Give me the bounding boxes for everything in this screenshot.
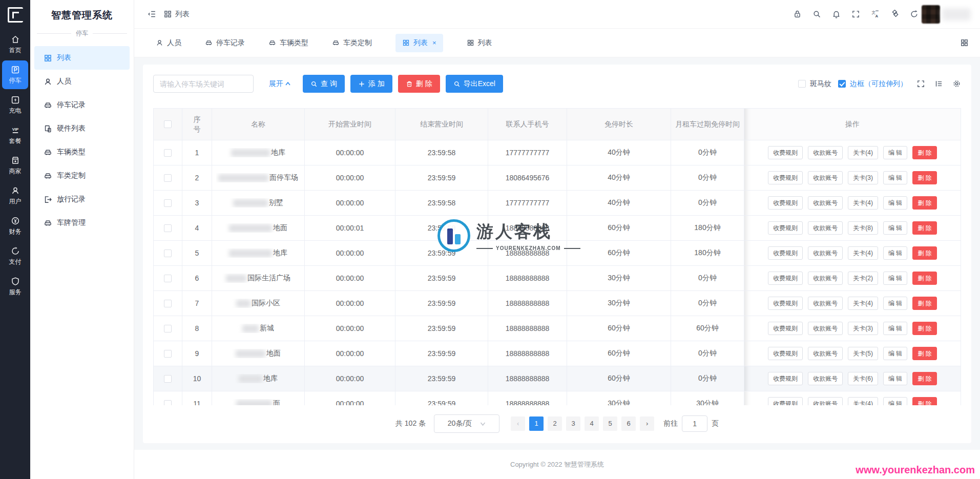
page-button-4[interactable]: 4 (585, 416, 599, 431)
row-delete-button[interactable]: 删 除 (912, 171, 936, 184)
sidebar-item-hardware-list[interactable]: 硬件列表 (30, 117, 134, 140)
tab-close-icon[interactable]: × (432, 39, 436, 47)
fullscreen-icon[interactable] (851, 10, 860, 18)
gates-button[interactable]: 关卡(3) (848, 322, 878, 335)
edit-button[interactable]: 编 辑 (883, 196, 907, 210)
payee-account-button[interactable]: 收款账号 (808, 196, 843, 210)
row-checkbox[interactable] (164, 249, 172, 257)
primary-nav-payment[interactable]: 支付 (2, 242, 28, 270)
page-button-5[interactable]: 5 (603, 416, 617, 431)
gates-button[interactable]: 关卡(5) (848, 347, 878, 360)
gear-icon[interactable] (952, 79, 961, 88)
tab-车类定制-3[interactable]: 车类定制 (332, 38, 372, 48)
prev-page-button[interactable]: ‹ (511, 416, 525, 431)
fee-rule-button[interactable]: 收费规则 (768, 347, 803, 360)
sidebar-item-plate-management[interactable]: 车牌管理 (30, 211, 134, 235)
fee-rule-button[interactable]: 收费规则 (768, 297, 803, 310)
collapse-sidebar-icon[interactable] (148, 10, 156, 18)
payee-account-button[interactable]: 收款账号 (808, 322, 843, 335)
page-button-3[interactable]: 3 (566, 416, 580, 431)
payee-account-button[interactable]: 收款账号 (808, 297, 843, 310)
row-delete-button[interactable]: 删 除 (912, 221, 936, 235)
goto-page-input[interactable] (682, 415, 707, 432)
sidebar-item-list[interactable]: 列表 (34, 46, 130, 70)
tags-icon[interactable] (890, 10, 899, 18)
row-checkbox[interactable] (164, 275, 172, 282)
edit-button[interactable]: 编 辑 (883, 347, 907, 360)
payee-account-button[interactable]: 收款账号 (808, 246, 843, 260)
edit-button[interactable]: 编 辑 (883, 221, 907, 235)
edit-button[interactable]: 编 辑 (883, 272, 907, 285)
gates-button[interactable]: 关卡(6) (848, 372, 878, 385)
bell-icon[interactable] (832, 10, 841, 18)
row-checkbox[interactable] (164, 375, 172, 383)
primary-nav-finance[interactable]: 财务 (2, 212, 28, 240)
edit-button[interactable]: 编 辑 (883, 171, 907, 184)
fee-rule-button[interactable]: 收费规则 (768, 246, 803, 260)
select-all-checkbox[interactable] (164, 120, 172, 128)
row-delete-button[interactable]: 删 除 (912, 372, 936, 385)
payee-account-button[interactable]: 收款账号 (808, 347, 843, 360)
gates-button[interactable]: 关卡(4) (848, 196, 878, 210)
row-checkbox[interactable] (164, 350, 172, 358)
gates-button[interactable]: 关卡(4) (848, 146, 878, 159)
gates-button[interactable]: 关卡(3) (848, 171, 878, 184)
expand-toggle[interactable]: 展开 (269, 79, 290, 89)
fee-rule-button[interactable]: 收费规则 (768, 322, 803, 335)
sidebar-item-vehicle-types[interactable]: 车辆类型 (30, 140, 134, 164)
row-delete-button[interactable]: 删 除 (912, 297, 936, 310)
page-button-1[interactable]: 1 (529, 416, 544, 431)
tab-overview-icon[interactable] (960, 38, 969, 47)
gates-button[interactable]: 关卡(4) (848, 297, 878, 310)
next-page-button[interactable]: › (640, 416, 654, 431)
tab-列表-4[interactable]: 列表× (395, 34, 443, 52)
fee-rule-button[interactable]: 收费规则 (768, 146, 803, 159)
gates-button[interactable]: 关卡(2) (848, 272, 878, 285)
translate-icon[interactable]: 文A (871, 10, 880, 18)
row-checkbox[interactable] (164, 224, 172, 232)
row-checkbox[interactable] (164, 300, 172, 307)
add-button[interactable]: 添 加 (350, 75, 392, 93)
sidebar-item-parking-records[interactable]: 停车记录 (30, 93, 134, 117)
fee-rule-button[interactable]: 收费规则 (768, 171, 803, 184)
page-size-select[interactable]: 20条/页 (434, 414, 499, 433)
row-delete-button[interactable]: 删 除 (912, 146, 936, 159)
search-input[interactable] (153, 75, 254, 93)
primary-nav-merchants[interactable]: 商家 (2, 151, 28, 180)
fee-rule-button[interactable]: 收费规则 (768, 272, 803, 285)
primary-nav-services[interactable]: 服务 (2, 272, 28, 301)
row-delete-button[interactable]: 删 除 (912, 322, 936, 335)
tab-停车记录-1[interactable]: 停车记录 (205, 38, 245, 48)
payee-account-button[interactable]: 收款账号 (808, 272, 843, 285)
lock-icon[interactable] (793, 10, 802, 18)
primary-nav-home[interactable]: 首页 (2, 30, 28, 59)
sidebar-item-vehicle-custom[interactable]: 车类定制 (30, 164, 134, 188)
edit-button[interactable]: 编 辑 (883, 397, 907, 405)
delete-button[interactable]: 删 除 (398, 75, 440, 93)
breadcrumb-item-list[interactable]: 列表 (163, 10, 190, 19)
primary-nav-charging[interactable]: 充电 (2, 91, 28, 119)
gates-button[interactable]: 关卡(4) (848, 246, 878, 260)
tab-车辆类型-2[interactable]: 车辆类型 (268, 38, 308, 48)
fee-rule-button[interactable]: 收费规则 (768, 372, 803, 385)
gates-button[interactable]: 关卡(8) (848, 221, 878, 235)
refresh-icon[interactable] (910, 10, 919, 18)
gates-button[interactable]: 关卡(4) (848, 397, 878, 405)
fee-rule-button[interactable]: 收费规则 (768, 397, 803, 405)
sidebar-item-personnel[interactable]: 人员 (30, 70, 134, 93)
edit-button[interactable]: 编 辑 (883, 146, 907, 159)
query-button[interactable]: 查 询 (303, 75, 345, 93)
list-icon[interactable] (934, 79, 943, 88)
avatar[interactable] (922, 5, 940, 24)
page-button-6[interactable]: 6 (621, 416, 636, 431)
primary-nav-parking[interactable]: 停车 (2, 60, 28, 89)
payee-account-button[interactable]: 收款账号 (808, 397, 843, 405)
export-excel-button[interactable]: 导出Excel (446, 75, 503, 93)
page-button-2[interactable]: 2 (548, 416, 562, 431)
payee-account-button[interactable]: 收款账号 (808, 221, 843, 235)
payee-account-button[interactable]: 收款账号 (808, 146, 843, 159)
border-checkbox[interactable] (838, 80, 846, 88)
row-delete-button[interactable]: 删 除 (912, 397, 936, 405)
row-checkbox[interactable] (164, 174, 172, 182)
row-checkbox[interactable] (164, 149, 172, 157)
